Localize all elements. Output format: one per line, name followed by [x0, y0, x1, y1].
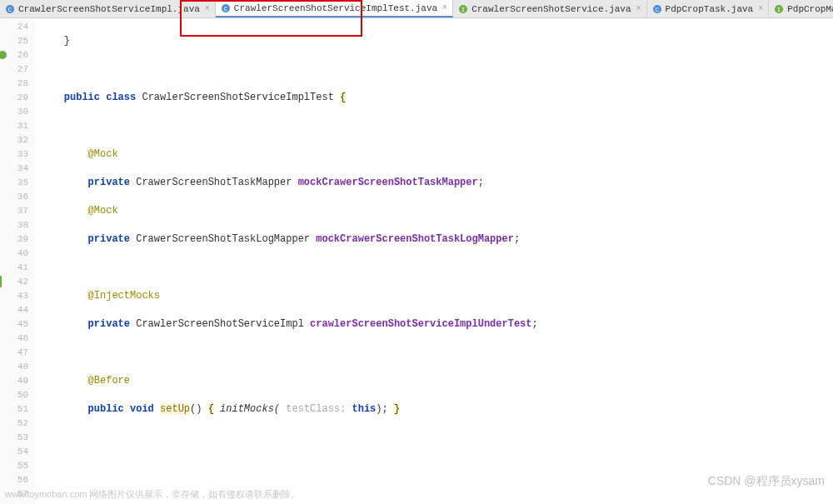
svg-text:I: I — [461, 6, 466, 13]
line-number: 52 — [0, 417, 28, 431]
class-icon: C — [221, 3, 231, 13]
svg-text:C: C — [8, 6, 12, 13]
line-number: 51 — [0, 402, 28, 417]
class-icon: C — [652, 4, 662, 14]
interface-icon: I — [774, 4, 784, 14]
line-number: 38 — [0, 218, 28, 232]
tab-label: CrawlerScreenShotService.java — [471, 4, 631, 14]
line-gutter[interactable]: 2425262728293031323334353637383940414243… — [0, 18, 35, 504]
line-number: 32 — [0, 133, 28, 147]
line-number: 54 — [0, 445, 28, 459]
editor: 2425262728293031323334353637383940414243… — [0, 18, 833, 504]
line-number: 25 — [0, 34, 28, 48]
line-number: 24 — [0, 20, 28, 34]
tab-pdpcropmapper[interactable]: I PdpCropMapper.java × — [769, 0, 833, 17]
line-number: 37 — [0, 204, 28, 218]
tab-bar: C CrawlerScreenShotServiceImpl.java × C … — [0, 0, 833, 18]
line-number: 26 — [0, 48, 28, 62]
tab-label: CrawlerScreenShotServiceImpl.java — [18, 4, 200, 14]
line-number: 55 — [0, 459, 28, 473]
code-area[interactable]: } public class CrawlerScreenShotServiceI… — [35, 18, 833, 504]
close-icon[interactable]: × — [205, 4, 210, 13]
svg-text:I: I — [777, 6, 781, 13]
line-number: 29 — [0, 91, 28, 105]
line-number: 41 — [0, 261, 28, 275]
tab-crawlerscreenshotserviceimpltest[interactable]: C CrawlerScreenShotServiceImplTest.java … — [216, 0, 453, 17]
tab-pdpcroptask[interactable]: C PdpCropTask.java × — [647, 0, 770, 17]
line-number: 35 — [0, 176, 28, 190]
watermark-left: www.toymoban.com 网络图片仅供展示，非存储，如有侵权请联系删除。 — [5, 488, 300, 501]
line-number: 28 — [0, 77, 28, 91]
line-number: 50 — [0, 388, 28, 402]
svg-text:C: C — [655, 6, 659, 13]
line-number: 33 — [0, 147, 28, 162]
line-number: 46 — [0, 332, 28, 346]
line-number: 47 — [0, 346, 28, 360]
class-icon: C — [5, 4, 15, 14]
tab-label: PdpCropTask.java — [666, 4, 754, 14]
close-icon[interactable]: × — [636, 4, 641, 13]
interface-icon: I — [458, 4, 468, 14]
line-number: 53 — [0, 431, 28, 445]
line-number: 31 — [0, 119, 28, 133]
tab-label: PdpCropMapper.java — [787, 4, 833, 14]
svg-text:C: C — [223, 5, 227, 12]
line-number: 42 — [0, 275, 28, 289]
close-icon[interactable]: × — [442, 3, 447, 12]
line-number: 39 — [0, 232, 28, 247]
line-number: 27 — [0, 62, 28, 77]
tab-crawlerscreenshotservice[interactable]: I CrawlerScreenShotService.java × — [453, 0, 646, 17]
tab-crawlerscreenshotserviceimpl[interactable]: C CrawlerScreenShotServiceImpl.java × — [0, 0, 216, 17]
line-number: 44 — [0, 303, 28, 317]
run-test-icon[interactable] — [0, 276, 2, 287]
close-icon[interactable]: × — [758, 4, 763, 13]
tab-label: CrawlerScreenShotServiceImplTest.java — [234, 3, 437, 13]
line-number: 30 — [0, 105, 28, 119]
line-number: 49 — [0, 374, 28, 388]
watermark-right: CSDN @程序员xysam — [708, 474, 825, 489]
line-number: 40 — [0, 247, 28, 261]
line-number: 36 — [0, 190, 28, 204]
line-number: 48 — [0, 360, 28, 374]
line-number: 43 — [0, 289, 28, 303]
line-number: 56 — [0, 473, 28, 487]
line-number: 34 — [0, 162, 28, 176]
line-number: 45 — [0, 317, 28, 332]
run-test-icon[interactable] — [0, 51, 7, 59]
